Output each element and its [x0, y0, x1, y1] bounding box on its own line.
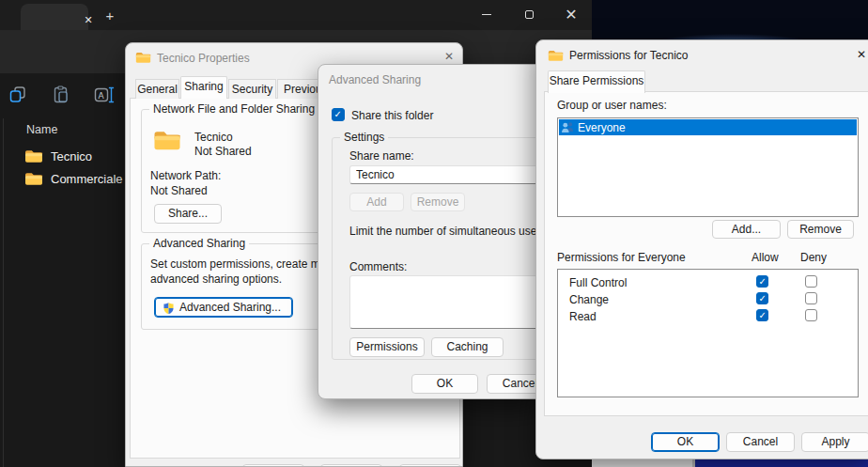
folder-icon: [548, 49, 564, 65]
remove-share-button[interactable]: Remove: [411, 193, 465, 211]
share-this-folder-label: Share this folder: [351, 109, 433, 122]
window-minimize-button[interactable]: [476, 6, 497, 23]
group-title: Advanced Sharing: [149, 237, 249, 250]
screen: ✕ + ✕ › T: [0, 0, 868, 467]
background-blue-strip: [695, 459, 868, 467]
deny-full-control-checkbox[interactable]: [805, 275, 817, 288]
share-button[interactable]: Share...: [154, 204, 222, 224]
allow-full-control-checkbox[interactable]: [756, 275, 768, 288]
allow-column-header: Allow: [752, 251, 779, 264]
window-maximize-button[interactable]: [519, 6, 539, 23]
comments-textarea[interactable]: [349, 275, 539, 329]
limit-users-label: Limit the number of simultaneous users t…: [349, 225, 540, 238]
permissions-dialog: Permissions for Tecnico ✕ Share Permissi…: [535, 39, 868, 459]
network-path-value: Not Shared: [150, 184, 208, 197]
paste-icon[interactable]: [51, 85, 71, 105]
network-path-label: Network Path:: [150, 169, 221, 182]
group-users-icon: [561, 121, 575, 136]
dialog-title: Tecnico Properties: [157, 52, 250, 65]
permissions-listbox[interactable]: Full Control Change Read: [557, 269, 859, 397]
deny-read-checkbox[interactable]: [805, 309, 817, 321]
deny-change-checkbox[interactable]: [805, 292, 817, 304]
dialog-title: Advanced Sharing: [329, 73, 421, 86]
advanced-sharing-button[interactable]: Advanced Sharing...: [154, 297, 293, 318]
tab-sharing[interactable]: Sharing: [180, 76, 227, 99]
folder-icon: [24, 171, 43, 189]
group-user-listbox[interactable]: Everyone: [557, 117, 859, 217]
share-this-folder-checkbox[interactable]: [332, 108, 345, 121]
remove-user-button[interactable]: Remove: [787, 220, 854, 239]
advanced-description-line2: advanced sharing options.: [150, 272, 282, 286]
group-title: Settings: [340, 131, 388, 144]
pane-divider: [3, 118, 4, 467]
permission-name: Change: [569, 293, 609, 306]
group-or-user-names-label: Group or user names:: [557, 99, 667, 112]
tab-share-permissions[interactable]: Share Permissions: [548, 70, 645, 93]
shared-folder-state: Not Shared: [194, 145, 252, 158]
tab-security[interactable]: Security: [228, 79, 276, 99]
shared-folder-name: Tecnico: [194, 131, 233, 144]
share-name-input[interactable]: [349, 165, 539, 184]
file-name: Commerciale: [51, 172, 123, 186]
cancel-button[interactable]: Cancel: [726, 432, 795, 452]
deny-column-header: Deny: [800, 251, 827, 264]
tab-close-icon[interactable]: ✕: [81, 12, 96, 27]
window-close-button[interactable]: ✕: [561, 6, 581, 23]
close-icon[interactable]: ✕: [854, 47, 868, 62]
folder-icon: [24, 148, 43, 166]
advanced-sharing-button-label: Advanced Sharing...: [166, 301, 281, 314]
add-share-button[interactable]: Add: [349, 193, 404, 211]
folder-icon: [153, 129, 181, 154]
permission-name: Read: [569, 310, 597, 323]
cancel-button[interactable]: Cancel: [487, 374, 540, 394]
permission-name: Full Control: [569, 276, 627, 289]
advanced-sharing-dialog: Advanced Sharing Share this folder Setti…: [318, 64, 540, 399]
file-name: Tecnico: [51, 149, 92, 163]
group-name: Everyone: [578, 121, 626, 134]
copy-icon[interactable]: [8, 85, 28, 105]
rename-icon[interactable]: A: [94, 85, 115, 105]
settings-group: Settings Share name: Add Remove Limit th…: [332, 137, 540, 360]
caching-button[interactable]: Caching: [431, 337, 504, 357]
column-header-name[interactable]: Name: [26, 123, 57, 136]
explorer-tab-bar: ✕ + ✕: [0, 0, 592, 30]
file-row-commerciale[interactable]: Commerciale: [15, 168, 120, 191]
ok-button[interactable]: OK: [411, 374, 478, 394]
comments-label: Comments:: [349, 260, 407, 273]
add-user-button[interactable]: Add...: [712, 220, 781, 239]
ok-button[interactable]: OK: [651, 432, 720, 452]
svg-text:A: A: [99, 91, 105, 101]
tab-general[interactable]: General: [135, 79, 179, 99]
allow-read-checkbox[interactable]: [756, 309, 768, 321]
list-item-everyone[interactable]: Everyone: [559, 119, 857, 135]
new-tab-icon[interactable]: +: [101, 8, 118, 24]
share-name-label: Share name:: [349, 149, 414, 163]
permissions-for-header: Permissions for Everyone: [557, 251, 686, 264]
explorer-active-tab[interactable]: ✕: [21, 4, 88, 30]
uac-shield-icon: [163, 302, 175, 320]
allow-change-checkbox[interactable]: [756, 292, 768, 304]
permissions-button[interactable]: Permissions: [349, 337, 425, 357]
group-title: Network File and Folder Sharing: [149, 102, 318, 116]
apply-button[interactable]: Apply: [801, 432, 868, 452]
file-row-tecnico[interactable]: Tecnico: [15, 146, 120, 168]
dialog-title: Permissions for Tecnico: [569, 49, 689, 62]
background-white-strip: [592, 459, 692, 467]
close-icon[interactable]: ✕: [442, 49, 457, 64]
folder-icon: [135, 51, 151, 67]
